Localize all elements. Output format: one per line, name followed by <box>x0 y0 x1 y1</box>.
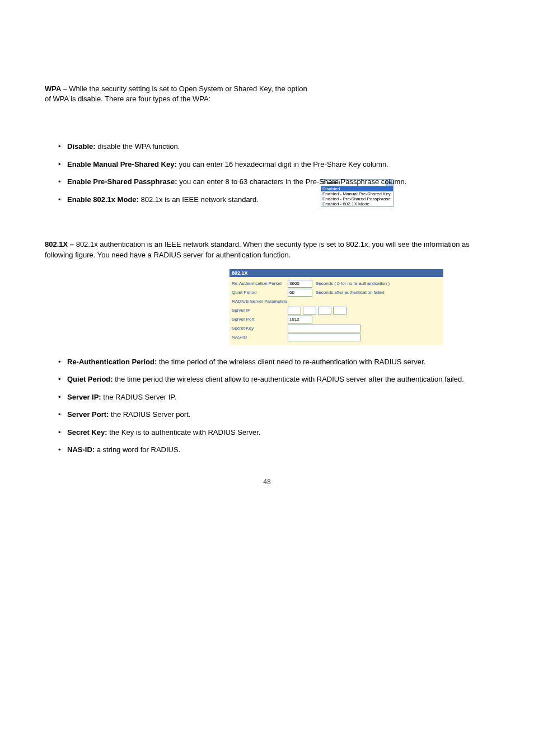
input-serverip-3[interactable] <box>318 307 331 314</box>
sec-8021x-heading: 802.1X – <box>45 240 76 248</box>
row-nasid: NAS-ID <box>229 333 443 342</box>
hint-quiet: Seconds after authentication failed <box>316 290 385 295</box>
bullet-8021x: Re-Authentication Period: the time perio… <box>45 356 489 368</box>
input-serverip-2[interactable] <box>303 307 316 314</box>
label-radius: RADIUS Server Parameters <box>232 299 288 304</box>
bullet-text: the Key is to authenticate with RADIUS S… <box>109 428 260 436</box>
label-serverip: Server IP <box>232 308 288 313</box>
row-reauth: Re-Authentication Period Seconds ( 0 for… <box>229 279 443 288</box>
input-serverip-1[interactable] <box>288 307 301 314</box>
wpa-heading: WPA <box>45 84 63 93</box>
wpa-heading-rest: – While the security setting is set to O… <box>45 84 307 103</box>
input-nasid[interactable] <box>288 334 360 341</box>
bullet-label: Enable Manual Pre-Shared Key: <box>67 160 179 168</box>
hint-reauth: Seconds ( 0 for no re-authentication ) <box>316 281 390 286</box>
bullet-text: the RADIUS Server IP. <box>103 393 176 401</box>
bullet-label: Quiet Period: <box>67 375 115 383</box>
bullet-label: NAS-ID: <box>67 445 97 454</box>
bullet-8021x: NAS-ID: a string word for RADIUS. <box>45 444 489 456</box>
bullet-text: 802.1x is an IEEE network standard. <box>141 195 259 204</box>
input-serverport[interactable] <box>288 316 312 323</box>
bullet-8021x: Quiet Period: the time period the wirele… <box>45 374 489 385</box>
wpa-bullet: Enable Manual Pre-Shared Key: you can en… <box>45 159 489 170</box>
row-radius-hdr: RADIUS Server Parameters <box>229 297 443 306</box>
input-reauth[interactable] <box>288 280 312 288</box>
bullet-label: Re-Authentication Period: <box>67 358 159 366</box>
bullet-text: the time period the wireless client allo… <box>115 375 464 383</box>
panel-8021x: 802.1X Re-Authentication Period Seconds … <box>229 269 443 345</box>
bullet-text: you can enter 16 hexadecimal digit in th… <box>179 160 388 168</box>
label-nasid: NAS-ID <box>232 335 288 340</box>
bullet-label: Enable Pre-Shared Passphrase: <box>67 177 179 186</box>
wpa-bullet: Enable 802.1x Mode: 802.1x is an IEEE ne… <box>45 194 489 205</box>
row-serverport: Server Port <box>229 315 443 324</box>
wpa-bullet: Enable Pre-Shared Passphrase: you can en… <box>45 176 489 187</box>
bullet-text: the time period of the wireless client n… <box>159 358 425 366</box>
bullet-label: Server IP: <box>67 393 103 401</box>
wpa-intro: WPA – While the security setting is set … <box>45 84 308 104</box>
label-serverport: Server Port <box>232 317 288 322</box>
bullet-text: disable the WPA function. <box>97 142 180 151</box>
input-secretkey[interactable] <box>288 325 360 332</box>
bullet-label: Enable 802.1x Mode: <box>67 195 141 204</box>
panel-body: Re-Authentication Period Seconds ( 0 for… <box>229 277 443 345</box>
input-serverip-4[interactable] <box>333 307 346 314</box>
sec-8021x-intro: 802.1X – 802.1x authentication is an IEE… <box>45 240 489 260</box>
bullet-text: you can enter 8 to 63 characters in the … <box>179 177 406 186</box>
bullet-label: Secret Key: <box>67 428 109 436</box>
row-serverip: Server IP <box>229 306 443 315</box>
bullet-8021x: Secret Key: the Key is to authenticate w… <box>45 427 489 438</box>
bullet-label: Server Port: <box>67 410 111 419</box>
label-reauth: Re-Authentication Period <box>232 281 288 286</box>
sec-8021x-heading-rest: 802.1x authentication is an IEEE network… <box>45 240 470 259</box>
row-secretkey: Secret Key <box>229 324 443 333</box>
bullet-8021x: Server Port: the RADIUS Server port. <box>45 409 489 420</box>
label-quiet: Quiet Period <box>232 290 288 295</box>
label-secretkey: Secret Key <box>232 326 288 331</box>
bullet-label: Disable: <box>67 142 97 151</box>
bullet-text: a string word for RADIUS. <box>97 445 181 454</box>
row-quiet: Quiet Period Seconds after authenticatio… <box>229 288 443 297</box>
bullet-text: the RADIUS Server port. <box>111 410 190 419</box>
panel-title: 802.1X <box>229 269 443 277</box>
wpa-bullet: Disable: disable the WPA function. <box>45 141 489 152</box>
bullet-8021x: Server IP: the RADIUS Server IP. <box>45 392 489 403</box>
input-quiet[interactable] <box>288 289 312 297</box>
page-number: 48 <box>45 478 489 486</box>
